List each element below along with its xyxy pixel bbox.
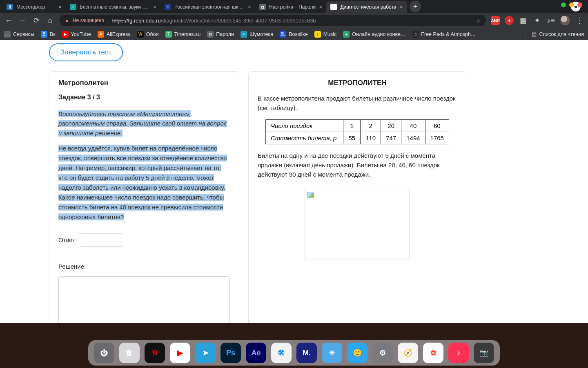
reference-title: МЕТРОПОЛИТЕН: [258, 79, 457, 87]
new-tab-button[interactable]: +: [410, 1, 421, 12]
tab-title: Российская электронная школа: [174, 4, 245, 10]
bookmark-favicon: ≈: [241, 31, 247, 38]
traffic-close-icon[interactable]: [561, 2, 566, 7]
reading-list-button[interactable]: ▤Список для чтения: [526, 31, 584, 37]
chrome-menu-icon[interactable]: ⋮: [575, 16, 584, 25]
reading-list-icon: ▤: [532, 31, 537, 37]
fare-row1-label: Число поездок: [266, 119, 343, 132]
dock-app-weather[interactable]: ☀: [322, 343, 342, 363]
task-number: Задание 3 / 3: [58, 94, 230, 101]
traffic-max-icon[interactable]: [577, 2, 582, 7]
bookmark-favicon: 7: [165, 31, 172, 38]
fare-col: 20: [381, 119, 401, 132]
tab-close-icon[interactable]: ×: [319, 4, 322, 10]
bookmark-item[interactable]: ✿Пароли: [207, 31, 234, 38]
bookmark-item[interactable]: ≈Шумотека: [241, 31, 273, 38]
dock-app-telegram[interactable]: ➤: [195, 343, 216, 363]
dock-app-finder[interactable]: 🙂: [347, 343, 368, 363]
bookmark-favicon: ▶: [62, 31, 69, 38]
browser-tab[interactable]: Диагностическая работа ×: [326, 1, 407, 13]
forward-button[interactable]: →: [18, 16, 27, 25]
bookmark-label: Шумотека: [249, 31, 273, 37]
bookmark-label: Bosslike: [289, 31, 308, 37]
bookmarks-bar: ⋮⋮СервисыBВк▶YouTubeAAliExpressWОбои77th…: [0, 28, 588, 40]
ext-red-icon[interactable]: ✶: [505, 16, 514, 25]
dock-app-aftereffects[interactable]: Ae: [246, 343, 266, 363]
solution-textarea[interactable]: [58, 276, 230, 323]
macos-dock: ⏻🗑N▶➤PsAe🛠M.☀🙂⚙🧭✿♪📷: [88, 340, 500, 366]
bookmark-item[interactable]: ●Онлайн аудио конве…: [343, 31, 405, 38]
ext-abp-icon[interactable]: ABP: [491, 16, 500, 25]
dock-app-music[interactable]: ♪: [448, 343, 469, 363]
reference-footer: Билеты на одну и на две поездки действую…: [258, 151, 457, 180]
bookmark-item[interactable]: WОбои: [137, 31, 159, 38]
tab-favicon: ✿: [259, 4, 266, 10]
bookmark-label: Обои: [146, 31, 159, 37]
ext-grid-icon[interactable]: ▦: [519, 16, 528, 25]
tab-title: Настройки – Пароли: [269, 4, 316, 10]
bookmark-item[interactable]: ⋮⋮Сервисы: [4, 31, 34, 38]
dock-app-settings[interactable]: ⚙: [372, 343, 393, 363]
dock-app-photos[interactable]: ✿: [423, 343, 443, 363]
traffic-min-icon[interactable]: [569, 2, 574, 7]
answer-label: Ответ:: [58, 236, 77, 243]
bookmark-item[interactable]: BLBosslike: [280, 31, 308, 38]
page-viewport[interactable]: Завершить тест Метрополитен Задание 3 / …: [0, 40, 588, 323]
dock-app-photoshop[interactable]: Ps: [220, 343, 241, 363]
bookmark-item[interactable]: BВк: [41, 31, 56, 38]
back-button[interactable]: ←: [4, 16, 13, 25]
dock-app-xcode[interactable]: 🛠: [271, 343, 292, 363]
bookmark-item[interactable]: 77themes.su: [165, 31, 201, 38]
tab-close-icon[interactable]: ×: [153, 4, 156, 10]
answer-input[interactable]: [81, 233, 123, 247]
browser-tab[interactable]: ~ Бесплатные сэмплы, звуки и лупы ×: [66, 1, 160, 13]
extensions-icon[interactable]: ✦: [532, 16, 541, 25]
fare-col: 1: [343, 119, 361, 132]
dock-app-m-app[interactable]: M.: [296, 343, 317, 363]
mac-traffic-lights: [561, 2, 582, 7]
browser-tab[interactable]: II Мессенджер ×: [2, 1, 66, 13]
bookmark-item[interactable]: ♪Music: [314, 31, 337, 38]
task-body: Не всегда удаётся, купив билет на опреде…: [58, 144, 230, 222]
dock-app-netflix[interactable]: N: [145, 343, 165, 363]
bookmark-item[interactable]: ▶YouTube: [62, 31, 91, 38]
solution-label: Решение:: [58, 263, 230, 270]
fare-col: 60: [425, 119, 449, 132]
dock-app-camera[interactable]: 📷: [474, 343, 494, 363]
tab-favicon: ~: [70, 4, 76, 10]
tab-close-icon[interactable]: ×: [399, 4, 403, 10]
bookmark-favicon: ●: [343, 31, 350, 38]
fare-price: 1494: [401, 132, 425, 144]
dock-app-trash[interactable]: 🗑: [119, 343, 140, 363]
tab-close-icon[interactable]: ×: [248, 4, 251, 10]
profile-avatar[interactable]: [560, 16, 570, 25]
bookmark-label: Пароли: [216, 31, 234, 37]
browser-tab[interactable]: ≡ Российская электронная школа ×: [160, 1, 255, 13]
home-button[interactable]: ⌂: [46, 16, 55, 25]
browser-tab[interactable]: ✿ Настройки – Пароли ×: [255, 1, 326, 13]
security-label: Не защищено: [73, 18, 104, 23]
bookmark-label: 7themes.su: [174, 31, 201, 37]
tab-favicon: ≡: [165, 4, 171, 10]
reference-card: МЕТРОПОЛИТЕН В кассе метрополитена прода…: [248, 71, 466, 323]
reload-button[interactable]: ⟳: [32, 16, 41, 25]
dock-app-youtube[interactable]: ▶: [170, 343, 190, 363]
bookmark-star-icon[interactable]: ☆: [476, 18, 481, 24]
tab-close-icon[interactable]: ×: [58, 4, 62, 10]
url-text: https://fg.resh.edu.ru/diagnosticWorksOn…: [112, 18, 316, 24]
dock-app-safari[interactable]: 🧭: [398, 343, 418, 363]
bookmark-favicon: ✿: [207, 31, 214, 38]
bookmark-item[interactable]: ♫Free Pads & Atmosph…: [412, 31, 476, 38]
tab-favicon: II: [7, 4, 13, 10]
dock-app-power[interactable]: ⏻: [94, 343, 114, 363]
tab-title: Мессенджер: [16, 4, 55, 10]
bookmark-favicon: ♫: [412, 31, 419, 38]
insecure-icon: ▲: [65, 18, 69, 23]
media-icon[interactable]: ♪≡: [546, 16, 555, 25]
reading-list-label: Список для чтения: [539, 31, 584, 37]
finish-test-button[interactable]: Завершить тест: [49, 43, 123, 61]
bookmark-item[interactable]: AAliExpress: [98, 31, 131, 38]
bookmark-label: Сервисы: [13, 31, 34, 37]
omnibox[interactable]: ▲ Не защищено | https://fg.resh.edu.ru/d…: [60, 15, 486, 26]
fare-price: 747: [381, 132, 401, 144]
